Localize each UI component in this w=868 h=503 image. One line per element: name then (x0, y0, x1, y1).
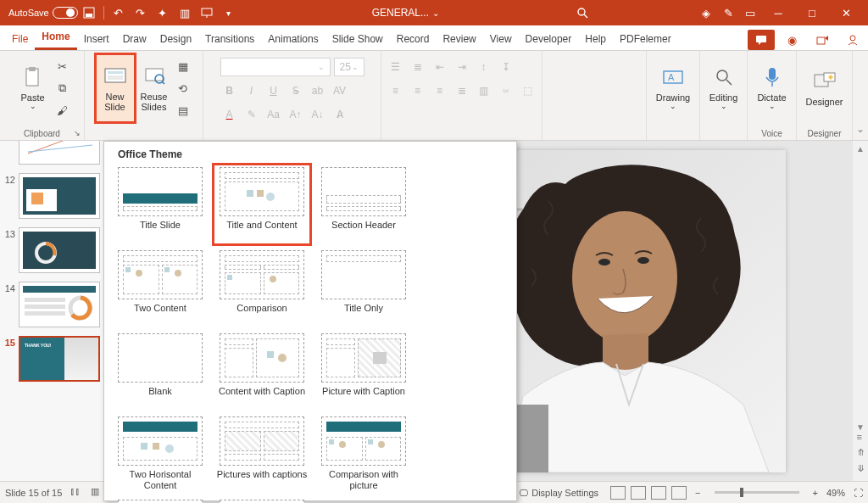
tab-animations[interactable]: Animations (261, 28, 325, 50)
tab-review[interactable]: Review (436, 28, 482, 50)
thumbnail-15[interactable]: 15THANK YOU! (3, 336, 104, 382)
layout-content-caption[interactable]: Content with Caption (214, 332, 309, 410)
reset-icon[interactable]: ⟲ (174, 80, 192, 97)
search-icon[interactable] (571, 2, 593, 24)
redo-icon[interactable]: ↷ (130, 2, 152, 24)
layout-title-slide[interactable]: Title Slide (113, 165, 208, 243)
vertical-scrollbar[interactable]: ▲ ▼ ≡ ⤊ ⤋ (853, 141, 868, 481)
tab-pdfelement[interactable]: PDFelemer (613, 28, 678, 50)
strike-button[interactable]: S̶ (287, 81, 305, 100)
tab-design[interactable]: Design (153, 28, 198, 50)
layout-three-content[interactable]: Three Content (113, 498, 208, 503)
document-title[interactable]: GENERAL...⌄ (240, 7, 571, 19)
zoom-out-button[interactable]: − (695, 488, 700, 498)
thumbnail-12[interactable]: 12 (3, 173, 104, 219)
customize-qat-icon[interactable]: ▾ (218, 2, 240, 24)
layout-blank[interactable]: Blank (113, 332, 208, 410)
indent-inc-button[interactable]: ⇥ (453, 58, 471, 76)
window-mode-icon[interactable]: ▭ (739, 2, 761, 24)
clear-format-button[interactable]: A̷ (331, 105, 349, 124)
tab-developer[interactable]: Developer (519, 28, 579, 50)
clipboard-launcher-icon[interactable]: ↘ (74, 129, 81, 137)
justify-button[interactable]: ≣ (453, 81, 471, 100)
fit-to-window-icon[interactable]: ⛶ (854, 488, 863, 498)
grow-font-button[interactable]: A↑ (287, 105, 305, 124)
layout-two-content[interactable]: Two Content (113, 249, 208, 327)
layout-comparison-picture[interactable]: Comparison with picture (316, 415, 411, 493)
normal-view-icon[interactable] (610, 486, 626, 500)
zoom-value[interactable]: 49% (826, 488, 845, 498)
line-spacing-button[interactable]: ↕ (475, 58, 493, 76)
reading-view-icon[interactable] (651, 486, 666, 500)
slide-indicator[interactable]: Slide 15 of 15 (5, 488, 62, 498)
text-direction-button[interactable]: ↧ (497, 58, 515, 76)
layout-picture-three-sections[interactable]: Picture with Three Sections (214, 498, 309, 503)
bold-button[interactable]: B (220, 81, 239, 100)
align-right-button[interactable]: ≡ (431, 81, 449, 100)
shrink-font-button[interactable]: A↓ (309, 105, 327, 124)
editing-button[interactable]: Editing⌄ (704, 54, 744, 122)
accessibility-icon[interactable]: ⫿⫿ (70, 486, 86, 500)
scroll-up-icon[interactable]: ▲ (856, 144, 865, 154)
layout-two-horizontal[interactable]: Two Horisontal Content (113, 415, 208, 493)
minimize-button[interactable]: ─ (761, 0, 795, 25)
font-family-select[interactable]: ⌄ (220, 58, 331, 76)
align-left-button[interactable]: ≡ (387, 81, 405, 100)
slideshow-view-icon[interactable] (671, 486, 687, 500)
zoom-slider[interactable] (715, 491, 799, 494)
tab-draw[interactable]: Draw (116, 28, 153, 50)
next-slide2-icon[interactable]: ⤋ (857, 463, 865, 474)
tab-slideshow[interactable]: Slide Show (326, 28, 390, 50)
spacing-button[interactable]: AV (331, 81, 349, 100)
designer-button[interactable]: Designer (804, 54, 845, 122)
present-icon[interactable] (196, 2, 218, 24)
align-center-button[interactable]: ≡ (409, 81, 427, 100)
comments-icon[interactable] (748, 30, 775, 50)
autosave-toggle[interactable] (53, 7, 78, 19)
next-slide-icon[interactable]: ⤊ (857, 447, 865, 458)
tab-file[interactable]: File (5, 28, 35, 50)
bullets-button[interactable]: ☰ (387, 58, 405, 76)
record-icon[interactable]: ◉ (778, 30, 805, 50)
diamond-icon[interactable]: ◈ (695, 2, 717, 24)
layout-picture-caption[interactable]: Picture with Caption (316, 332, 411, 410)
zoom-in-button[interactable]: + (813, 488, 818, 498)
underline-button[interactable]: U (264, 81, 283, 100)
cut-icon[interactable]: ✂ (53, 58, 72, 75)
layout-comparison[interactable]: Comparison (214, 249, 309, 327)
numbering-button[interactable]: ≣ (409, 58, 427, 76)
display-settings-button[interactable]: 🖵Display Settings (515, 488, 602, 498)
columns-button[interactable]: ▥ (475, 81, 493, 100)
start-from-beginning-icon[interactable]: ▥ (174, 2, 196, 24)
touch-mode-icon[interactable]: ✦ (152, 2, 174, 24)
share-icon[interactable] (809, 30, 836, 50)
font-size-select[interactable]: 25⌄ (334, 58, 364, 76)
layout-pictures-captions[interactable]: Pictures with captions (214, 415, 309, 493)
scroll-down-icon[interactable]: ▼ (856, 422, 865, 432)
user-icon[interactable] (839, 30, 866, 50)
shadow-button[interactable]: ab (309, 81, 327, 100)
paste-button[interactable]: Paste ⌄ (13, 54, 53, 122)
close-button[interactable]: ✕ (829, 0, 863, 25)
highlight-button[interactable]: ✎ (242, 105, 261, 124)
undo-icon[interactable]: ↶ (108, 2, 130, 24)
tab-home[interactable]: Home (35, 25, 76, 50)
layout-icon[interactable]: ▦ (174, 58, 192, 75)
tab-record[interactable]: Record (390, 28, 437, 50)
sorter-view-icon[interactable] (631, 486, 646, 500)
new-slide-button[interactable]: New Slide (96, 54, 135, 122)
thumbnail-13[interactable]: 13 (3, 227, 104, 273)
layout-title-only[interactable]: Title Only (316, 249, 411, 327)
layout-section-header[interactable]: Section Header (316, 165, 411, 243)
tab-transitions[interactable]: Transitions (198, 28, 261, 50)
indent-dec-button[interactable]: ⇤ (431, 58, 449, 76)
account-icon[interactable]: ✎ (717, 2, 739, 24)
font-color-button[interactable]: A (220, 105, 239, 124)
copy-icon[interactable]: ⧉ (53, 80, 72, 97)
tab-help[interactable]: Help (578, 28, 613, 50)
dictate-button[interactable]: Dictate⌄ (752, 54, 793, 122)
prev-slide-icon[interactable]: ≡ (857, 432, 865, 442)
collapse-ribbon-icon[interactable]: ⌄ (853, 51, 868, 140)
section-icon[interactable]: ▤ (174, 102, 192, 119)
slide-thumbnails[interactable]: 12 13 14 15THANK YOU! (0, 141, 108, 481)
